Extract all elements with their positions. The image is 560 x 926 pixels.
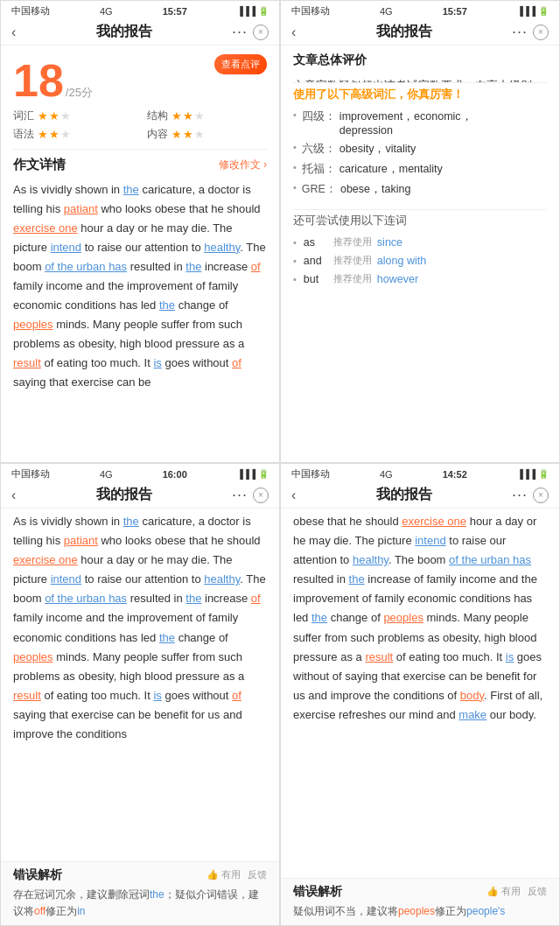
essay-error-the3: the <box>159 298 175 312</box>
status-bar-tr: 中国移动 4G 15:57 ▐▐▐ 🔋 <box>281 1 559 19</box>
screen-bottom-right: 中国移动 4G 14:52 ▐▐▐ 🔋 ‹ 我的报告 ··· × obese t… <box>280 463 560 926</box>
essay-error-result: result <box>13 356 41 369</box>
conn-word-as: as <box>304 236 328 249</box>
vocab-item-gre: • GRE： obese，taking <box>293 182 547 197</box>
bullet-icon-4: • <box>293 109 297 120</box>
essay-br-4: . The boom <box>388 553 449 566</box>
essay-content-tl: As is vividly shown in the caricature, a… <box>1 177 279 463</box>
essay-bl-of: of <box>251 592 261 605</box>
bullet-icon-as: • <box>293 237 297 248</box>
essay-text-part7: resulted in <box>127 260 186 273</box>
battery-icon-br: 🔋 <box>538 469 549 479</box>
essay-br-intend: intend <box>415 534 445 547</box>
signal-icon-tr: ▐▐▐ <box>517 6 536 16</box>
status-bar-br: 中国移动 4G 14:52 ▐▐▐ 🔋 <box>281 464 559 482</box>
essay-text-part8: increase <box>201 260 250 273</box>
modify-essay-button[interactable]: 修改作文 › <box>219 158 267 172</box>
metric-vocab-label: 词汇 <box>13 109 34 123</box>
back-button-br[interactable]: ‹ <box>291 488 296 503</box>
back-button-tr[interactable]: ‹ <box>291 25 296 40</box>
essay-bl-the1: the <box>123 515 139 528</box>
vocab-item-4: • 四级： improvement，economic，depression <box>293 109 547 137</box>
essay-bl-intend: intend <box>51 572 81 586</box>
essay-error-of2: of <box>232 356 242 369</box>
essay-bl-healthy: healthy <box>204 572 240 586</box>
more-button-br[interactable]: ··· <box>512 486 528 504</box>
network-br: 4G <box>380 469 393 480</box>
more-button-tr[interactable]: ··· <box>512 23 528 41</box>
error-highlight-peoples-br: peoples <box>398 905 435 917</box>
vocab-words-6: obesity，vitality <box>340 142 416 157</box>
essay-bl-3: who looks obese that he should <box>98 534 261 547</box>
error-text-1-br: 疑似用词不当，建议将 <box>293 905 398 917</box>
conn-recommend-and: 推荐使用 <box>333 254 372 267</box>
error-title-bl: 错误解析 <box>13 867 62 883</box>
page-title-br: 我的报告 <box>376 486 432 504</box>
carrier-tl: 中国移动 <box>11 4 50 18</box>
essay-bl-is: is <box>153 689 161 702</box>
vocab-section: 使用了以下高级词汇，你真厉害！ • 四级： improvement，econom… <box>281 83 559 209</box>
essay-content-br: obese that he should exercise one hour a… <box>281 509 559 878</box>
more-button-tl[interactable]: ··· <box>232 23 248 41</box>
close-icon-tr: × <box>538 27 543 37</box>
essay-section-title: 作文详情 <box>13 157 66 173</box>
metric-vocab: 词汇 ★ ★ ★ <box>13 109 133 123</box>
close-button-br[interactable]: × <box>533 488 549 503</box>
essay-error-intend: intend <box>51 241 81 254</box>
feedback-button-bl[interactable]: 反馈 <box>248 868 267 881</box>
carrier-bl: 中国移动 <box>11 467 50 481</box>
battery-icon-tl: 🔋 <box>258 6 269 16</box>
star3: ★ <box>60 128 71 141</box>
nav-right-tr: ··· × <box>512 23 549 41</box>
status-icons-tr: ▐▐▐ 🔋 <box>517 6 549 16</box>
network-bl: 4G <box>100 469 113 480</box>
back-button-tl[interactable]: ‹ <box>11 25 16 40</box>
overall-title: 文章总体评价 <box>281 46 559 72</box>
essay-br-result: result <box>365 650 393 663</box>
close-button-tr[interactable]: × <box>533 25 549 40</box>
essay-text-part5: to raise our attention to <box>81 241 204 254</box>
essay-error-of-the: of the urban has <box>45 260 127 273</box>
error-highlight-off-bl: off <box>34 905 46 917</box>
back-button-bl[interactable]: ‹ <box>11 488 16 503</box>
essay-content-bl: As is vividly shown in the caricature, a… <box>1 509 279 861</box>
screen-top-left: 中国移动 4G 15:57 ▐▐▐ 🔋 ‹ 我的报告 ··· × 查看点评 <box>0 0 280 463</box>
bullet-icon-and: • <box>293 256 297 266</box>
essay-bl-peoples: peoples <box>13 650 53 663</box>
check-review-button[interactable]: 查看点评 <box>214 54 267 74</box>
close-button-tl[interactable]: × <box>253 25 269 40</box>
close-icon-br: × <box>538 490 543 500</box>
connector-section: 还可尝试使用以下连词 • as 推荐使用 since • and 推荐使用 al… <box>281 209 559 298</box>
star3: ★ <box>194 109 205 123</box>
metric-content-label: 内容 <box>147 127 168 142</box>
star2: ★ <box>183 109 193 123</box>
essay-bl-the3: the <box>159 631 175 644</box>
metric-vocab-stars: ★ ★ ★ <box>38 109 71 123</box>
useful-button-br[interactable]: 👍 有用 <box>486 885 521 898</box>
metric-structure-label: 结构 <box>147 109 168 123</box>
star1: ★ <box>38 128 48 141</box>
essay-br-the2: the <box>312 611 327 624</box>
feedback-button-br[interactable]: 反馈 <box>528 885 547 898</box>
close-button-bl[interactable]: × <box>253 488 269 503</box>
conn-word-but: but <box>304 273 328 285</box>
essay-bl-14: saying that exercise can be benefit for … <box>13 708 242 740</box>
nav-right-tl: ··· × <box>232 23 269 41</box>
signal-icon-bl: ▐▐▐ <box>237 469 256 479</box>
metric-content: 内容 ★ ★ ★ <box>147 127 267 142</box>
status-icons-bl: ▐▐▐ 🔋 <box>237 469 269 479</box>
metric-content-stars: ★ ★ ★ <box>172 128 205 141</box>
conn-recommend-but: 推荐使用 <box>333 272 372 285</box>
essay-bl-7: resulted in <box>127 592 186 605</box>
essay-br-exercise: exercise one <box>402 515 466 528</box>
vocab-level-toefl: 托福： <box>302 162 336 177</box>
close-icon-tl: × <box>258 27 263 37</box>
battery-icon-bl: 🔋 <box>258 469 269 479</box>
essay-text-part14: saying that exercise can be <box>13 375 151 389</box>
useful-button-bl[interactable]: 👍 有用 <box>206 868 241 881</box>
more-button-bl[interactable]: ··· <box>232 486 248 504</box>
vocab-words-toefl: caricature，mentality <box>340 162 443 177</box>
overall-text: 文章字数疑似超出该考试字数要求；在高中级别下，有一定词汇积累，能使用少量高级词汇… <box>281 72 559 82</box>
essay-section-header: 作文详情 修改作文 › <box>1 150 279 177</box>
metric-grammar-stars: ★ ★ ★ <box>38 128 71 141</box>
